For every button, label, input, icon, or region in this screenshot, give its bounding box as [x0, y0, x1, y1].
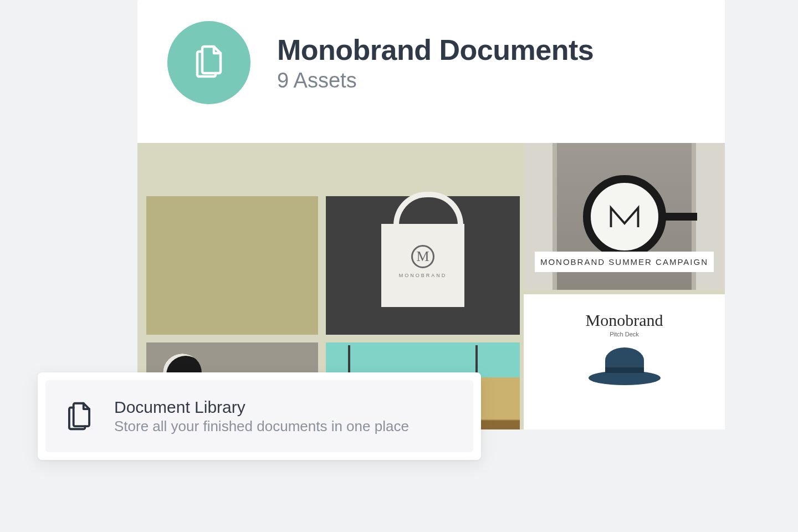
asset-thumbnail[interactable]: [146, 196, 318, 335]
feature-card-title: Document Library: [114, 398, 409, 417]
monobrand-logo-icon: [605, 196, 644, 237]
store-sign-graphic: [583, 175, 666, 258]
library-header: Monobrand Documents 9 Assets: [137, 0, 725, 125]
asset-count: 9 Assets: [277, 69, 594, 93]
documents-icon: [189, 42, 229, 84]
page-title: Monobrand Documents: [277, 33, 594, 66]
feature-card-description: Store all your finished documents in one…: [114, 418, 409, 435]
library-panel: Monobrand Documents 9 Assets M MONOBRAND: [137, 0, 725, 429]
monobrand-logo-icon: M: [411, 245, 434, 268]
asset-thumbnail[interactable]: Monobrand Pitch Deck: [524, 294, 725, 429]
asset-thumbnail[interactable]: MONOBRAND SUMMER CAMPAIGN: [524, 143, 725, 290]
campaign-banner: MONOBRAND SUMMER CAMPAIGN: [535, 252, 714, 272]
documents-icon: [62, 399, 96, 433]
tote-brand-label: MONOBRAND: [399, 273, 447, 278]
hat-graphic: [589, 347, 661, 385]
document-library-card[interactable]: Document Library Store all your finished…: [38, 372, 481, 460]
tote-bag-graphic: M MONOBRAND: [381, 224, 464, 307]
pitch-deck-title: Monobrand: [586, 311, 663, 330]
pitch-deck-subtitle: Pitch Deck: [610, 331, 639, 337]
asset-thumbnail[interactable]: M MONOBRAND: [326, 196, 520, 335]
library-icon-badge: [167, 21, 250, 104]
